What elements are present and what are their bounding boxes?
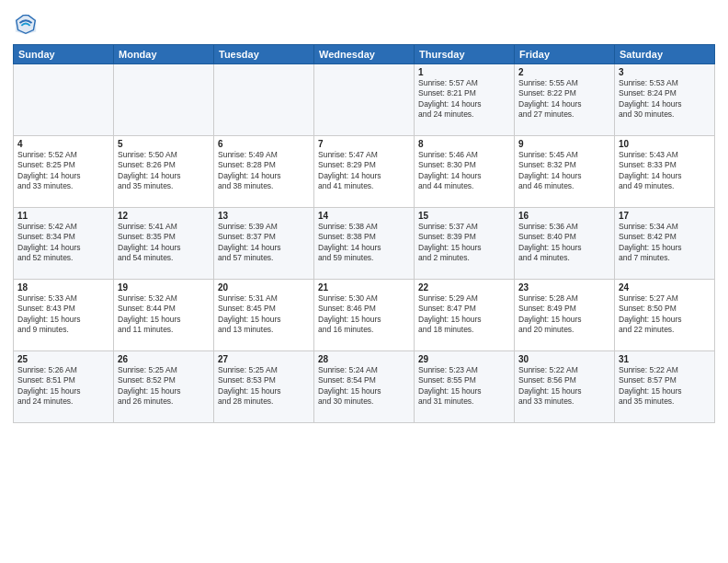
header-monday: Monday [114, 45, 214, 64]
day-info: Sunrise: 5:55 AM Sunset: 8:22 PM Dayligh… [518, 78, 610, 121]
day-info: Sunrise: 5:27 AM Sunset: 8:50 PM Dayligh… [619, 293, 711, 336]
day-number: 22 [418, 282, 510, 293]
day-number: 21 [318, 282, 410, 293]
day-number: 7 [318, 139, 410, 149]
day-cell: 17Sunrise: 5:34 AM Sunset: 8:42 PM Dayli… [615, 208, 715, 280]
day-info: Sunrise: 5:37 AM Sunset: 8:39 PM Dayligh… [418, 222, 510, 264]
day-info: Sunrise: 5:39 AM Sunset: 8:37 PM Dayligh… [218, 222, 310, 264]
day-cell: 18Sunrise: 5:33 AM Sunset: 8:43 PM Dayli… [14, 280, 114, 351]
day-info: Sunrise: 5:22 AM Sunset: 8:56 PM Dayligh… [518, 365, 610, 408]
header-tuesday: Tuesday [214, 45, 314, 64]
day-number: 8 [418, 139, 510, 149]
day-cell: 14Sunrise: 5:38 AM Sunset: 8:38 PM Dayli… [314, 208, 415, 280]
day-number: 24 [619, 282, 711, 293]
day-cell: 27Sunrise: 5:25 AM Sunset: 8:53 PM Dayli… [214, 351, 314, 423]
day-cell: 1Sunrise: 5:57 AM Sunset: 8:21 PM Daylig… [415, 64, 515, 136]
day-info: Sunrise: 5:30 AM Sunset: 8:46 PM Dayligh… [318, 293, 410, 336]
day-cell: 28Sunrise: 5:24 AM Sunset: 8:54 PM Dayli… [314, 351, 415, 423]
day-number: 16 [518, 211, 610, 221]
day-number: 30 [518, 354, 610, 364]
day-number: 10 [619, 139, 711, 149]
day-info: Sunrise: 5:25 AM Sunset: 8:53 PM Dayligh… [218, 365, 310, 408]
day-cell: 15Sunrise: 5:37 AM Sunset: 8:39 PM Dayli… [415, 208, 515, 280]
day-info: Sunrise: 5:49 AM Sunset: 8:28 PM Dayligh… [218, 150, 310, 192]
day-info: Sunrise: 5:38 AM Sunset: 8:38 PM Dayligh… [318, 222, 410, 264]
day-info: Sunrise: 5:46 AM Sunset: 8:30 PM Dayligh… [418, 150, 510, 192]
day-number: 27 [218, 354, 310, 364]
calendar-table: SundayMondayTuesdayWednesdayThursdayFrid… [13, 44, 715, 423]
day-cell: 12Sunrise: 5:41 AM Sunset: 8:35 PM Dayli… [114, 208, 214, 280]
day-cell: 2Sunrise: 5:55 AM Sunset: 8:22 PM Daylig… [515, 64, 615, 136]
day-number: 25 [17, 354, 109, 364]
day-info: Sunrise: 5:43 AM Sunset: 8:33 PM Dayligh… [619, 150, 711, 192]
day-cell: 29Sunrise: 5:23 AM Sunset: 8:55 PM Dayli… [415, 351, 515, 423]
day-cell: 24Sunrise: 5:27 AM Sunset: 8:50 PM Dayli… [615, 280, 715, 351]
day-cell: 5Sunrise: 5:50 AM Sunset: 8:26 PM Daylig… [114, 136, 214, 208]
day-number: 12 [118, 211, 210, 221]
day-info: Sunrise: 5:34 AM Sunset: 8:42 PM Dayligh… [619, 222, 711, 264]
day-info: Sunrise: 5:36 AM Sunset: 8:40 PM Dayligh… [518, 222, 610, 264]
day-cell: 26Sunrise: 5:25 AM Sunset: 8:52 PM Dayli… [114, 351, 214, 423]
day-cell: 20Sunrise: 5:31 AM Sunset: 8:45 PM Dayli… [214, 280, 314, 351]
day-info: Sunrise: 5:31 AM Sunset: 8:45 PM Dayligh… [218, 293, 310, 336]
day-cell: 19Sunrise: 5:32 AM Sunset: 8:44 PM Dayli… [114, 280, 214, 351]
day-cell [314, 64, 415, 136]
week-row-5: 25Sunrise: 5:26 AM Sunset: 8:51 PM Dayli… [14, 351, 715, 423]
day-number: 31 [619, 354, 711, 364]
day-number: 20 [218, 282, 310, 293]
day-cell: 4Sunrise: 5:52 AM Sunset: 8:25 PM Daylig… [14, 136, 114, 208]
day-cell [14, 64, 114, 136]
day-cell: 10Sunrise: 5:43 AM Sunset: 8:33 PM Dayli… [615, 136, 715, 208]
day-number: 14 [318, 211, 410, 221]
day-info: Sunrise: 5:57 AM Sunset: 8:21 PM Dayligh… [418, 78, 510, 121]
day-info: Sunrise: 5:53 AM Sunset: 8:24 PM Dayligh… [619, 78, 711, 121]
day-cell: 9Sunrise: 5:45 AM Sunset: 8:32 PM Daylig… [515, 136, 615, 208]
day-info: Sunrise: 5:29 AM Sunset: 8:47 PM Dayligh… [418, 293, 510, 336]
day-cell: 31Sunrise: 5:22 AM Sunset: 8:57 PM Dayli… [615, 351, 715, 423]
day-cell: 6Sunrise: 5:49 AM Sunset: 8:28 PM Daylig… [214, 136, 314, 208]
day-number: 29 [418, 354, 510, 364]
header-friday: Friday [515, 45, 615, 64]
day-number: 5 [118, 139, 210, 149]
day-number: 3 [619, 67, 711, 77]
day-cell: 8Sunrise: 5:46 AM Sunset: 8:30 PM Daylig… [415, 136, 515, 208]
day-info: Sunrise: 5:26 AM Sunset: 8:51 PM Dayligh… [17, 365, 109, 408]
day-info: Sunrise: 5:52 AM Sunset: 8:25 PM Dayligh… [17, 150, 109, 192]
day-cell [214, 64, 314, 136]
day-cell: 25Sunrise: 5:26 AM Sunset: 8:51 PM Dayli… [14, 351, 114, 423]
day-info: Sunrise: 5:28 AM Sunset: 8:49 PM Dayligh… [518, 293, 610, 336]
header-saturday: Saturday [615, 45, 715, 64]
day-number: 26 [118, 354, 210, 364]
day-number: 17 [619, 211, 711, 221]
week-row-4: 18Sunrise: 5:33 AM Sunset: 8:43 PM Dayli… [14, 280, 715, 351]
day-number: 9 [518, 139, 610, 149]
day-cell: 13Sunrise: 5:39 AM Sunset: 8:37 PM Dayli… [214, 208, 314, 280]
day-info: Sunrise: 5:42 AM Sunset: 8:34 PM Dayligh… [17, 222, 109, 264]
header-row: SundayMondayTuesdayWednesdayThursdayFrid… [14, 45, 715, 64]
day-cell: 21Sunrise: 5:30 AM Sunset: 8:46 PM Dayli… [314, 280, 415, 351]
day-number: 18 [17, 282, 109, 293]
day-info: Sunrise: 5:25 AM Sunset: 8:52 PM Dayligh… [118, 365, 210, 408]
header [13, 11, 715, 37]
day-number: 28 [318, 354, 410, 364]
day-cell: 11Sunrise: 5:42 AM Sunset: 8:34 PM Dayli… [14, 208, 114, 280]
day-cell [114, 64, 214, 136]
day-info: Sunrise: 5:24 AM Sunset: 8:54 PM Dayligh… [318, 365, 410, 408]
day-cell: 22Sunrise: 5:29 AM Sunset: 8:47 PM Dayli… [415, 280, 515, 351]
header-thursday: Thursday [415, 45, 515, 64]
week-row-3: 11Sunrise: 5:42 AM Sunset: 8:34 PM Dayli… [14, 208, 715, 280]
day-info: Sunrise: 5:41 AM Sunset: 8:35 PM Dayligh… [118, 222, 210, 264]
day-number: 13 [218, 211, 310, 221]
day-number: 4 [17, 139, 109, 149]
day-info: Sunrise: 5:47 AM Sunset: 8:29 PM Dayligh… [318, 150, 410, 192]
day-number: 23 [518, 282, 610, 293]
header-sunday: Sunday [14, 45, 114, 64]
day-info: Sunrise: 5:33 AM Sunset: 8:43 PM Dayligh… [17, 293, 109, 336]
day-number: 19 [118, 282, 210, 293]
day-number: 15 [418, 211, 510, 221]
day-info: Sunrise: 5:32 AM Sunset: 8:44 PM Dayligh… [118, 293, 210, 336]
day-cell: 23Sunrise: 5:28 AM Sunset: 8:49 PM Dayli… [515, 280, 615, 351]
day-info: Sunrise: 5:23 AM Sunset: 8:55 PM Dayligh… [418, 365, 510, 408]
header-wednesday: Wednesday [314, 45, 415, 64]
day-info: Sunrise: 5:45 AM Sunset: 8:32 PM Dayligh… [518, 150, 610, 192]
